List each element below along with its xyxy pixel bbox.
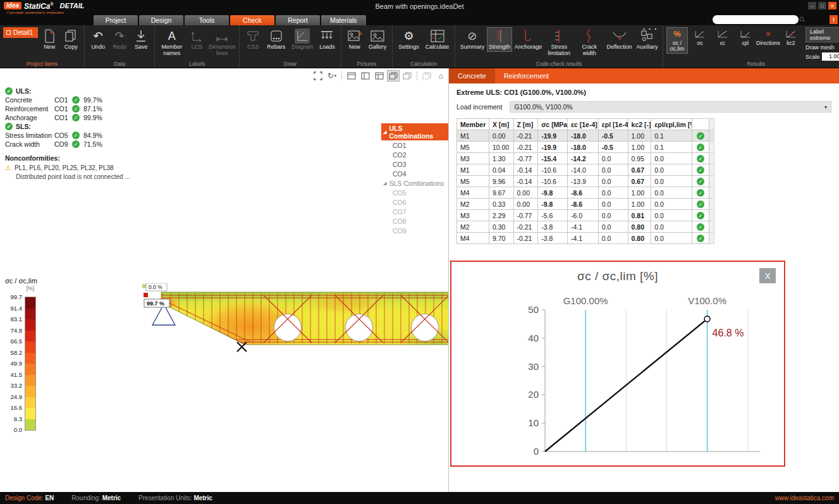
view-option-3-button[interactable] (373, 70, 386, 82)
result-epl-button[interactable]: εpl (735, 27, 756, 47)
column-header[interactable]: X [m] (489, 119, 513, 130)
column-header[interactable]: σc [MPa] (538, 119, 568, 130)
svg-text:30: 30 (528, 361, 539, 372)
new-item-button[interactable]: New (39, 27, 59, 52)
result-sc-sclim-button[interactable]: % σc / σc,lim (666, 27, 688, 54)
chart-panel[interactable]: σc / σc,lim [%] X 01020304050G100.00%V10… (450, 261, 785, 467)
loads-button[interactable]: Loads (317, 27, 338, 52)
column-header[interactable]: εpl [1e-4] (598, 119, 628, 130)
website-link[interactable]: www.ideastatica.com (775, 495, 834, 501)
chart-close-button[interactable]: X (759, 268, 776, 283)
table-row[interactable]: M49.670.00-9.8-8.60.01.000.0✓ (457, 187, 714, 199)
save-button[interactable]: Save (131, 27, 151, 52)
table-row[interactable]: M20.30-0.21-3.8-4.10.00.800.0✓ (457, 221, 714, 233)
maximize-button[interactable]: □ (818, 2, 826, 9)
combination-item[interactable]: CO9 (381, 226, 449, 235)
strength-button[interactable]: Strength (487, 27, 511, 52)
combination-item[interactable]: CO3 (381, 159, 449, 169)
table-row[interactable]: M59.96-0.14-10.6-13.90.00.670.0✓ (457, 176, 714, 187)
lcs-button[interactable]: LCS (187, 27, 207, 52)
tab-project[interactable]: Project (94, 15, 138, 25)
view-option-2-button[interactable] (359, 70, 372, 82)
minimize-button[interactable]: – (808, 2, 816, 9)
column-header[interactable]: εpl/εpl,lim [%] (651, 119, 692, 130)
status-cell: ✓ (692, 130, 709, 142)
combination-item[interactable]: CO2 (381, 150, 449, 159)
tab-concrete[interactable]: Concrete (449, 68, 495, 83)
column-header[interactable]: εc [1e-4] (567, 119, 598, 130)
table-row[interactable]: M32.29-0.77-5.6-6.00.00.810.0✓ (457, 210, 714, 221)
result-ec-button[interactable]: εc (712, 27, 733, 47)
crack-width-button[interactable]: Crack width (575, 27, 604, 58)
save-icon (135, 28, 147, 44)
directions-button[interactable]: × Directions (757, 27, 779, 47)
column-header[interactable]: Z [m] (513, 119, 538, 130)
column-header[interactable]: kc2 [-] (628, 119, 651, 130)
load-increment-dropdown[interactable]: G100.0%, V100.0% ▾ (510, 101, 831, 113)
copy-item-button[interactable]: Copy (61, 27, 81, 52)
table-row[interactable]: M31.30-0.77-15.4-14.20.00.950.0✓ (457, 153, 714, 164)
cell: -0.77 (513, 153, 538, 164)
zoom-fit-button[interactable] (312, 70, 324, 82)
table-scrollbar[interactable] (709, 119, 714, 130)
combination-item[interactable]: CO8 (381, 216, 449, 226)
home-view-button[interactable]: ⌂ (434, 70, 447, 82)
result-kc2-button[interactable]: kc2 (780, 27, 802, 47)
calculate-button[interactable]: Calculate (423, 27, 452, 52)
scale-input[interactable]: 1.00 (822, 52, 839, 61)
table-header-row: MemberX [m]Z [m]σc [MPa]εc [1e-4]εpl [1e… (457, 119, 714, 130)
table-row[interactable]: M510.00-0.21-19.9-18.0-0.51.000.1✓ (457, 142, 714, 153)
search-input[interactable] (716, 16, 799, 23)
model-canvas[interactable]: ↻▾ ⌂ ✓ ULS: Concr (0, 68, 449, 492)
close-button[interactable]: × (828, 2, 836, 9)
view-option-1-button[interactable] (345, 70, 358, 82)
rebars-button[interactable]: Rebars (264, 27, 288, 52)
uls-combinations-header[interactable]: ◢ ULS Combinations (381, 123, 449, 140)
table-row[interactable]: M10.00-0.21-19.9-18.0-0.51.000.1✓ (457, 130, 714, 142)
dimension-lines-button[interactable]: Dimension lines (208, 27, 236, 58)
combination-item[interactable]: CO4 (381, 169, 449, 178)
transparency-button[interactable] (420, 70, 433, 82)
search-box[interactable] (713, 15, 799, 24)
tab-design[interactable]: Design (139, 15, 183, 25)
gallery-button[interactable]: Gallery (366, 27, 389, 52)
combination-item[interactable]: CO1 (381, 140, 449, 150)
layers-outline-button[interactable] (401, 70, 413, 82)
settings-button[interactable]: ⚙ Settings (396, 27, 422, 52)
member-names-button[interactable]: A Member names (158, 27, 185, 58)
tab-check[interactable]: Check (230, 15, 274, 25)
redo-button[interactable]: ↷ Redo (109, 27, 130, 52)
svg-text:40: 40 (528, 333, 539, 343)
stress-limitation-button[interactable]: Stress limitation (544, 27, 573, 58)
column-header[interactable]: Member (457, 119, 489, 130)
combination-item[interactable]: CO5 (381, 188, 449, 197)
table-row[interactable]: M10.04-0.14-10.6-14.00.00.670.0✓ (457, 164, 714, 176)
license-indicator[interactable]: ! (830, 15, 838, 24)
table-row[interactable]: M49.70-0.21-3.8-4.10.00.800.0✓ (457, 233, 714, 244)
css-button[interactable]: CSS (243, 27, 263, 52)
draw-mesh-toggle[interactable]: Draw mesh (805, 44, 835, 51)
layers-solid-button[interactable] (387, 70, 400, 82)
tab-reinforcement[interactable]: Reinforcement (495, 68, 558, 83)
deflection-button[interactable]: Deflection (605, 27, 634, 52)
label-extreme-button[interactable]: Label extreme (805, 27, 839, 42)
diagram-button[interactable]: Diagram (289, 27, 315, 52)
tab-materials[interactable]: Materials (321, 15, 366, 25)
result-sc-button[interactable]: σc (689, 27, 711, 47)
summary-button[interactable]: ⊘ Summary (458, 27, 486, 52)
legend-color-segment (25, 297, 35, 309)
overflow-dots-icon[interactable]: • • • (643, 26, 658, 32)
detail1-button[interactable]: Detail1 (3, 27, 38, 38)
combination-item[interactable]: CO6 (381, 197, 449, 207)
undo-button[interactable]: ↶ Undo (88, 27, 108, 52)
tab-report[interactable]: Report (276, 15, 320, 25)
tab-tools[interactable]: Tools (185, 15, 229, 25)
combination-item[interactable]: CO7 (381, 207, 449, 216)
table-row[interactable]: M20.330.00-9.8-8.60.01.000.0✓ (457, 199, 714, 210)
rotate-view-button[interactable]: ↻▾ (326, 70, 338, 82)
sls-combinations-header[interactable]: ◢ SLS Combinations (381, 178, 449, 188)
nonconformities-row[interactable]: ⚠ PL1, PL6, PL20, PL25, PL32, PL38 (5, 164, 130, 172)
new-picture-button[interactable]: New (345, 27, 365, 52)
anchorage-button[interactable]: Anchorage (513, 27, 544, 52)
legend-color-segment (25, 419, 35, 431)
